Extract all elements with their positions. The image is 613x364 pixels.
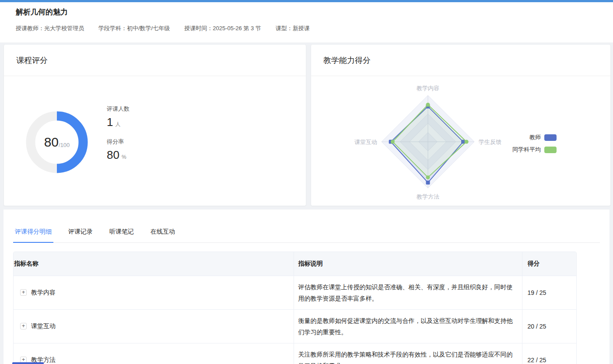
reviewer-count-value: 1 [107,116,113,129]
expand-row-icon[interactable]: + [20,323,27,329]
teaching-ability-card: 教学能力得分 教学内容学生反馈教学方法课堂互动 教师 同学科平均 [311,44,611,206]
meta-subject: 学段学科：初中/数学/七年级 [98,24,170,32]
col-header-indicator-desc: 指标说明 [294,252,522,276]
svg-text:教学内容: 教学内容 [417,85,439,91]
score-donut-center: 80 /100 [26,111,88,173]
course-score-card-header: 课程评分 [4,45,306,76]
reviewer-count-value-line: 1人 [107,116,130,129]
indicator-table: 指标名称 指标说明 得分 + 教学内容 评估教师在课堂上传授的知识是否准确、相关… [13,252,577,364]
meta-time: 授课时间：2025-05-26 第 3 节 [184,24,261,32]
tab-listening-notes[interactable]: 听课笔记 [108,227,136,242]
svg-text:学生反馈: 学生反馈 [479,139,501,145]
reviewer-count-unit: 人 [115,121,120,127]
indicator-name: 课堂互动 [31,322,56,330]
score-stats: 评课人数 1人 得分率 80% [107,105,130,162]
tabs-bar: 评课得分明细 评课记录 听课笔记 在线互动 [13,210,600,243]
tab-online-interaction[interactable]: 在线互动 [149,227,177,242]
score-value: 80 [44,135,59,150]
course-header: 解析几何的魅力 授课教师：光大学校管理员 学段学科：初中/数学/七年级 授课时间… [0,2,613,42]
partially-visible-bottom-element [12,362,44,364]
indicator-name: 教学内容 [31,289,56,297]
legend-swatch-subject-average [544,147,557,153]
score-denominator: /100 [59,142,70,148]
score-donut-chart: 80 /100 [26,111,88,173]
indicator-desc: 关注教师所采用的教学策略和技术手段的有效性，以及它们是否能够适应不同的学习风格和… [294,343,522,364]
legend-item-subject-average[interactable]: 同学科平均 [512,146,557,154]
course-score-card: 课程评分 80 /100 评课人数 1人 得分率 80% [4,44,306,206]
indicator-score: 19 / 25 [522,276,577,309]
radar-chart: 教学内容学生反馈教学方法课堂互动 [332,76,524,206]
legend-swatch-teacher [544,134,557,141]
teaching-ability-card-title: 教学能力得分 [323,55,371,66]
legend-item-teacher[interactable]: 教师 [512,133,557,141]
page-title: 解析几何的魅力 [16,7,613,18]
score-rate-label: 得分率 [107,138,130,146]
indicator-score: 22 / 25 [522,343,577,364]
score-rate-value-line: 80% [107,148,130,162]
indicator-desc: 衡量的是教师如何促进课堂内的交流与合作，以及这些互动对学生理解和支持他们学习的重… [294,309,522,343]
indicator-desc: 评估教师在课堂上传授的知识是否准确、相关、有深度，并且组织良好，同时使用的教学资… [294,276,522,309]
table-row: + 教学方法 关注教师所采用的教学策略和技术手段的有效性，以及它们是否能够适应不… [14,343,577,364]
course-meta-row: 授课教师：光大学校管理员 学段学科：初中/数学/七年级 授课时间：2025-05… [16,24,613,32]
svg-text:课堂互动: 课堂互动 [354,139,377,145]
score-rate-value: 80 [107,148,119,161]
col-header-score: 得分 [522,252,577,276]
col-header-indicator-name: 指标名称 [14,252,294,276]
meta-course-type: 课型：新授课 [276,24,310,32]
expand-row-icon[interactable]: + [20,289,27,296]
course-score-card-title: 课程评分 [16,55,48,66]
evaluation-detail-panel: 评课得分明细 评课记录 听课笔记 在线互动 指标名称 指标说明 得分 + 教学 [4,210,609,364]
meta-teacher: 授课教师：光大学校管理员 [16,24,84,32]
score-rate-unit: % [122,154,126,160]
table-row: + 教学内容 评估教师在课堂上传授的知识是否准确、相关、有深度，并且组织良好，同… [14,276,577,309]
tab-score-detail[interactable]: 评课得分明细 [13,227,53,243]
svg-text:教学方法: 教学方法 [417,193,439,200]
teaching-ability-card-header: 教学能力得分 [311,45,610,76]
table-row: + 课堂互动 衡量的是教师如何促进课堂内的交流与合作，以及这些互动对学生理解和支… [14,309,577,343]
tab-evaluation-records[interactable]: 评课记录 [67,227,95,242]
reviewer-count-label: 评课人数 [107,105,130,113]
indicator-score: 20 / 25 [522,309,577,343]
radar-legend: 教师 同学科平均 [512,133,557,158]
